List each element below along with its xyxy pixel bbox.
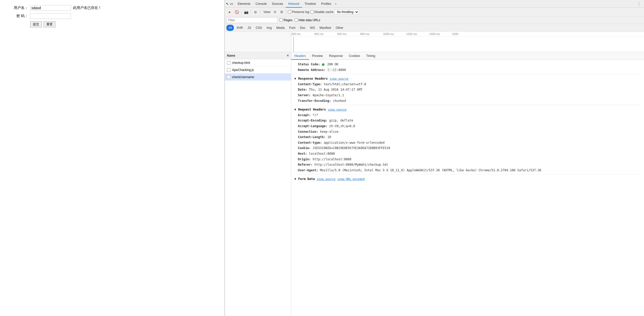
remote-address-value: [::1]:8080 bbox=[327, 68, 346, 72]
submit-button[interactable]: 提交 bbox=[30, 21, 42, 27]
clear-button[interactable]: 🚫 bbox=[234, 9, 240, 15]
host-value: localhost:8080 bbox=[309, 152, 335, 155]
request-item-checkusername[interactable]: checkUsername bbox=[225, 74, 291, 81]
list-view-button[interactable]: ≡ bbox=[272, 9, 278, 15]
camera-button[interactable]: 📷 bbox=[243, 9, 249, 15]
request-item-checkup[interactable]: checkup.html bbox=[225, 59, 291, 66]
record-button[interactable]: ● bbox=[226, 9, 233, 15]
referer-value: http://localhost:8080/MyWeb1/checkup.tml bbox=[314, 163, 388, 166]
ruler-label-1000: 1000 ms bbox=[383, 32, 394, 35]
accept-encoding-value: gzip, deflate bbox=[329, 119, 353, 122]
request-triangle[interactable]: ▼ bbox=[294, 107, 296, 113]
throttle-select[interactable]: No throttling bbox=[335, 9, 359, 15]
request-view-source-link[interactable]: view source bbox=[328, 107, 347, 112]
detail-tab-preview[interactable]: Preview bbox=[309, 52, 326, 60]
type-xhr-button[interactable]: XHR bbox=[234, 25, 245, 31]
timeline-area: 200 ms 400 ms 600 ms 800 ms 1000 ms 1200… bbox=[225, 32, 644, 52]
transfer-encoding-value: chunked bbox=[333, 99, 346, 103]
settings-icon[interactable]: ⋮ bbox=[635, 1, 643, 6]
type-js-button[interactable]: JS bbox=[246, 25, 253, 31]
tab-network[interactable]: Network bbox=[286, 0, 302, 8]
type-other-button[interactable]: Other bbox=[334, 25, 345, 31]
tab-timeline[interactable]: Timeline bbox=[302, 0, 319, 8]
regex-checkbox[interactable] bbox=[280, 18, 283, 22]
tab-profiles[interactable]: Profiles bbox=[319, 0, 334, 8]
type-css-button[interactable]: CSS bbox=[254, 25, 264, 31]
form-buttons: 提交 重置 bbox=[8, 21, 217, 27]
password-input[interactable] bbox=[30, 13, 71, 19]
accept-label: Accept: bbox=[298, 113, 311, 117]
type-manifest-button[interactable]: Manifest bbox=[318, 25, 333, 31]
filter-input[interactable] bbox=[226, 17, 277, 23]
type-media-button[interactable]: Media bbox=[274, 25, 287, 31]
ruler-label-600: 600 ms bbox=[337, 32, 346, 35]
date-value: Thu, 11 Aug 2016 14:47:17 GMT bbox=[309, 88, 362, 91]
username-input[interactable] bbox=[30, 5, 71, 11]
type-all-button[interactable]: All bbox=[226, 25, 234, 31]
hide-data-urls-checkbox[interactable] bbox=[295, 18, 298, 22]
more-tabs-icon[interactable]: » bbox=[335, 2, 337, 6]
content-length-value: 10 bbox=[327, 135, 331, 139]
date-row: Date: Thu, 11 Aug 2016 14:47:17 GMT bbox=[294, 87, 641, 93]
type-doc-button[interactable]: Doc bbox=[298, 25, 307, 31]
file-icon-checkup bbox=[227, 61, 230, 65]
detail-tab-cookies[interactable]: Cookies bbox=[346, 52, 363, 60]
form-data-view-source[interactable]: view source bbox=[317, 177, 335, 182]
content-type-req-row: Content-type: application/x-www-form-url… bbox=[294, 140, 641, 146]
tab-console[interactable]: Console bbox=[253, 0, 269, 8]
regex-text: Regex bbox=[284, 18, 293, 22]
reset-button[interactable]: 重置 bbox=[44, 21, 55, 27]
remote-address-label: Remote Address: bbox=[298, 68, 325, 72]
view-buttons: ≡ ⊞ bbox=[272, 9, 285, 15]
content-length-label: Content-Length: bbox=[298, 135, 325, 139]
date-label: Date: bbox=[298, 88, 307, 91]
password-label: 密 码： bbox=[8, 14, 28, 18]
disable-cache-checkbox[interactable] bbox=[310, 10, 314, 14]
detail-tab-response[interactable]: Response bbox=[326, 52, 346, 60]
origin-row: Origin: http://localhost:8080 bbox=[294, 157, 641, 162]
response-view-source-link[interactable]: view source bbox=[330, 76, 348, 81]
error-message: 此用户名已存在！ bbox=[73, 6, 102, 10]
content-type-value: text/html;charset=utf-8 bbox=[324, 82, 366, 86]
type-img-button[interactable]: Img bbox=[264, 25, 274, 31]
device-icon[interactable]: ▭ bbox=[230, 2, 233, 6]
close-detail-button[interactable]: ✕ bbox=[286, 54, 289, 57]
type-ws-button[interactable]: WS bbox=[308, 25, 317, 31]
detail-tab-headers[interactable]: Headers bbox=[291, 52, 309, 60]
form-data-triangle[interactable]: ▼ bbox=[294, 176, 296, 182]
hide-data-urls-text: Hide data URLs bbox=[299, 18, 320, 22]
type-filter-bar: All XHR JS CSS Img Media Font Doc WS Man… bbox=[225, 24, 644, 32]
type-font-button[interactable]: Font bbox=[287, 25, 297, 31]
cursor-icon[interactable]: ↖ bbox=[226, 2, 229, 6]
name-column-header: Name bbox=[227, 54, 235, 57]
grid-view-button[interactable]: ⊞ bbox=[278, 9, 285, 15]
detail-tab-timing[interactable]: Timing bbox=[363, 52, 378, 60]
origin-value: http://localhost:8080 bbox=[313, 157, 351, 161]
tab-elements[interactable]: Elements bbox=[235, 0, 253, 8]
tab-sources[interactable]: Sources bbox=[269, 0, 286, 8]
ruler-label-400: 400 ms bbox=[314, 32, 323, 35]
detail-tab-bar: Headers Preview Response Cookies Timing bbox=[291, 52, 644, 60]
cookie-value: JSESSIONID=C0B19E0E9575E3A9EA72D0B93FFE5… bbox=[313, 146, 390, 150]
form-data-view-url-encoded[interactable]: view URL encoded bbox=[337, 177, 364, 182]
toolbar-separator-1 bbox=[241, 9, 241, 15]
ruler-labels: 200 ms 400 ms 600 ms 800 ms 1000 ms 1200… bbox=[291, 32, 644, 37]
ruler-label-1200: 1200 ms bbox=[406, 32, 417, 35]
status-code-value: 200 OK bbox=[327, 63, 338, 66]
toolbar-separator-3 bbox=[260, 9, 260, 15]
username-row: 用户名： 此用户名已存在！ bbox=[8, 5, 217, 11]
preserve-log-checkbox[interactable] bbox=[288, 10, 291, 14]
request-item-ajaxchacking[interactable]: AjaxChacking.js bbox=[225, 66, 291, 74]
detail-content: Status Code: 200 OK Remote Address: [::1… bbox=[291, 60, 644, 316]
network-toolbar: ● 🚫 📷 ⊛ View: ≡ ⊞ Preserve log Disable c… bbox=[225, 8, 644, 16]
server-label: Server: bbox=[298, 93, 311, 97]
server-row: Server: Apache-Coyote/1.1 bbox=[294, 93, 641, 98]
accept-language-value: zh-CN,zh;q=0.8 bbox=[329, 124, 355, 128]
preserve-log-label: Preserve log bbox=[288, 10, 309, 14]
timeline-marker bbox=[293, 37, 294, 52]
file-icon-checkusername bbox=[227, 75, 230, 79]
request-headers-label: Request Headers bbox=[298, 107, 326, 113]
response-triangle[interactable]: ▼ bbox=[294, 76, 296, 82]
filter-button[interactable]: ⊛ bbox=[252, 9, 259, 15]
username-label: 用户名： bbox=[8, 6, 28, 10]
